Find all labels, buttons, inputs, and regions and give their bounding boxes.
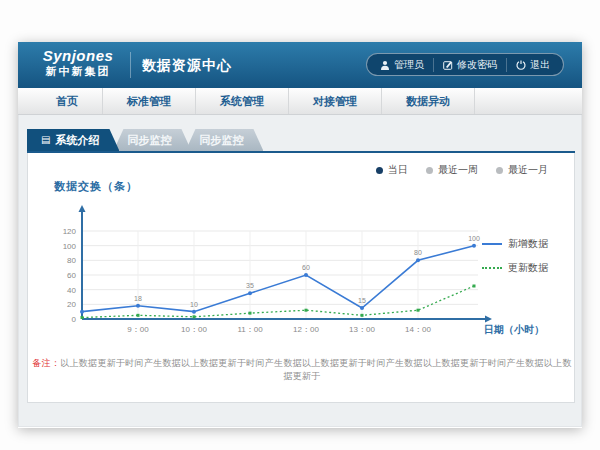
header-divider (130, 52, 131, 78)
svg-text:日期（小时）: 日期（小时） (484, 324, 544, 335)
brand-logo-en: Synjones (32, 47, 124, 64)
brand-logo: Synjones 新中新集团 (32, 47, 124, 79)
filter-today-label: 当日 (388, 163, 408, 177)
nav-item-home[interactable]: 首页 (32, 88, 103, 114)
filter-last-month[interactable]: 最近一月 (496, 163, 548, 177)
chart-legend: 新增数据 更新数据 (482, 237, 566, 285)
svg-text:120: 120 (63, 227, 77, 236)
main-nav: 首页 标准管理 系统管理 对接管理 数据异动 (18, 88, 582, 115)
svg-text:9：00: 9：00 (127, 325, 149, 334)
nav-item-data-change[interactable]: 数据异动 (382, 88, 475, 114)
change-password-label: 修改密码 (457, 58, 497, 72)
tab-bar: ▤ 系统介绍 同步监控 同步监控 (27, 127, 575, 151)
filter-last-week-label: 最近一周 (438, 163, 478, 177)
filter-last-week[interactable]: 最近一周 (426, 163, 478, 177)
svg-text:14：00: 14：00 (405, 325, 431, 334)
legend-updated-data-label: 更新数据 (508, 261, 548, 275)
user-toolbar: 管理员 修改密码 退出 (366, 53, 564, 76)
dotted-line-icon (482, 267, 502, 269)
footer-note: 备注：以上数据更新于时间产生数据以上数据更新于时间产生数据以上数据更新于时间产生… (28, 357, 576, 383)
filter-today[interactable]: 当日 (376, 163, 408, 177)
svg-text:10: 10 (190, 301, 198, 308)
note-text: 以上数据更新于时间产生数据以上数据更新于时间产生数据以上数据更新于时间产生数据以… (60, 358, 572, 381)
svg-text:12：00: 12：00 (293, 325, 319, 334)
nav-item-standard-mgmt[interactable]: 标准管理 (103, 88, 196, 114)
svg-text:11：00: 11：00 (237, 325, 263, 334)
legend-item-updated-data[interactable]: 更新数据 (482, 261, 566, 275)
svg-text:60: 60 (67, 271, 76, 280)
power-icon (516, 60, 526, 70)
svg-text:100: 100 (63, 242, 77, 251)
svg-text:0: 0 (72, 315, 77, 324)
radio-icon (426, 167, 433, 174)
exchange-line-chart: 0204060801001209：0010：0011：0012：0013：001… (42, 189, 552, 359)
svg-text:15: 15 (358, 297, 366, 304)
tab-sync-monitor-2[interactable]: 同步监控 (185, 129, 263, 151)
edit-icon (443, 60, 453, 70)
logout-label: 退出 (530, 58, 550, 72)
svg-text:35: 35 (246, 282, 254, 289)
logout-button[interactable]: 退出 (506, 58, 559, 72)
radio-selected-icon (376, 167, 383, 174)
svg-text:100: 100 (468, 235, 480, 242)
page-title: 数据资源中心 (142, 57, 232, 75)
document-icon: ▤ (41, 135, 50, 145)
tab-sync-monitor-2-label: 同步监控 (199, 134, 243, 146)
nav-item-integration-mgmt[interactable]: 对接管理 (289, 88, 382, 114)
tab-sync-monitor-1[interactable]: 同步监控 (113, 129, 191, 151)
nav-item-system-mgmt[interactable]: 系统管理 (196, 88, 289, 114)
user-icon (380, 60, 390, 70)
tab-system-intro-label: 系统介绍 (55, 129, 99, 151)
legend-new-data-label: 新增数据 (508, 237, 548, 251)
chart-panel: 当日 最近一周 最近一月 数据交换（条） 0204060801 (27, 153, 575, 403)
svg-text:13：00: 13：00 (349, 325, 375, 334)
content-area: ▤ 系统介绍 同步监控 同步监控 当日 (18, 115, 582, 427)
solid-line-icon (482, 243, 502, 245)
svg-text:80: 80 (414, 249, 422, 256)
svg-text:80: 80 (67, 256, 76, 265)
svg-text:18: 18 (134, 295, 142, 302)
legend-item-new-data[interactable]: 新增数据 (482, 237, 566, 251)
svg-text:20: 20 (67, 300, 76, 309)
app-header: Synjones 新中新集团 数据资源中心 管理员 修改密码 (18, 42, 582, 88)
range-filter-group: 当日 最近一周 最近一月 (376, 163, 548, 177)
dashboard-card: ▤ 系统介绍 同步监控 同步监控 当日 (27, 127, 575, 403)
note-prefix: 备注： (32, 358, 60, 368)
svg-text:40: 40 (67, 286, 76, 295)
brand-logo-cn: 新中新集团 (32, 64, 124, 79)
tab-sync-monitor-1-label: 同步监控 (127, 134, 171, 146)
radio-icon (496, 167, 503, 174)
desktop-background: Synjones 新中新集团 数据资源中心 管理员 修改密码 (0, 0, 600, 450)
chart-svg: 0204060801001209：0010：0011：0012：0013：001… (42, 189, 552, 359)
app-window: Synjones 新中新集团 数据资源中心 管理员 修改密码 (18, 42, 582, 428)
svg-text:60: 60 (302, 264, 310, 271)
svg-text:10：00: 10：00 (181, 325, 207, 334)
tab-system-intro[interactable]: ▤ 系统介绍 (27, 129, 119, 151)
filter-last-month-label: 最近一月 (508, 163, 548, 177)
current-user-button[interactable]: 管理员 (371, 58, 433, 72)
change-password-button[interactable]: 修改密码 (433, 58, 506, 72)
current-user-label: 管理员 (394, 58, 424, 72)
